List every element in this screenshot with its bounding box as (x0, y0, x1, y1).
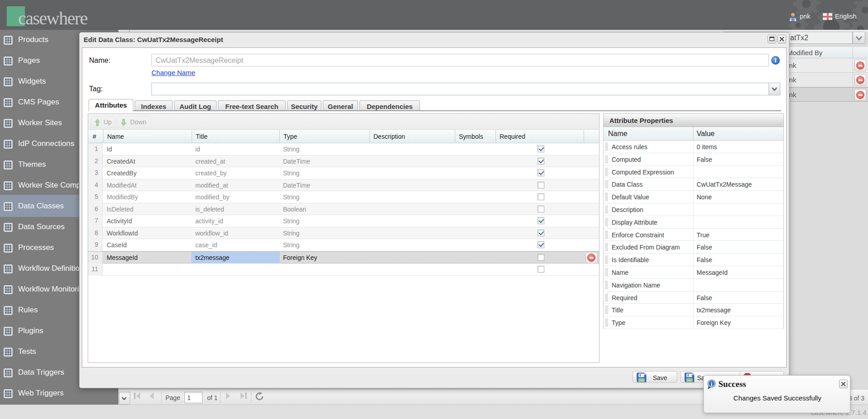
svg-text:i: i (711, 381, 712, 387)
